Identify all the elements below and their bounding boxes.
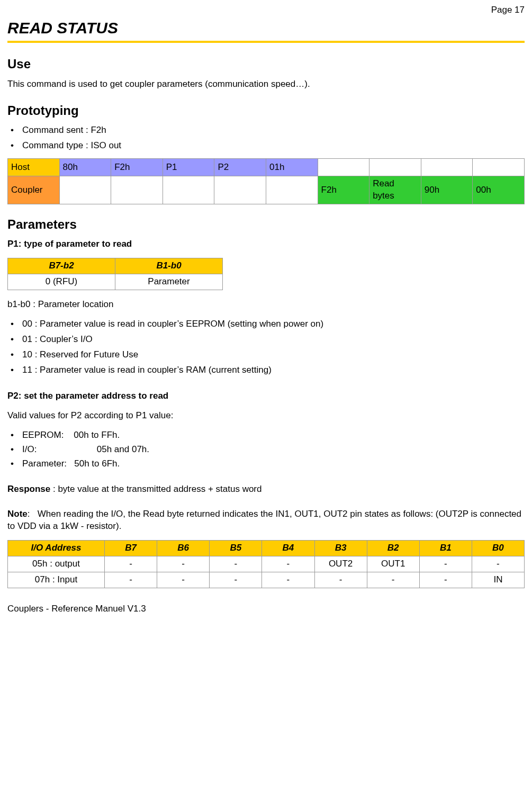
p1-cell: Parameter — [115, 274, 223, 290]
p1-header: B7-b2 — [8, 258, 115, 274]
p2-intro: Valid values for P2 according to P1 valu… — [7, 410, 525, 422]
list-item: Command type : ISO out — [7, 140, 525, 152]
proto-host-cell: P2 — [214, 159, 266, 176]
proto-empty-cell — [473, 159, 525, 176]
list-item: Command sent : F2h — [7, 124, 525, 137]
heading-parameters: Parameters — [7, 216, 525, 233]
heading-use: Use — [7, 56, 525, 73]
io-header: B0 — [472, 541, 524, 556]
proto-empty-cell — [163, 176, 214, 204]
b1b0-list: 00 : Parameter value is read in coupler’… — [7, 318, 525, 376]
io-cell: - — [210, 572, 262, 588]
proto-empty-cell — [214, 176, 266, 204]
page-footer: Couplers - Reference Manuel V1.3 — [7, 603, 525, 615]
note-label: Note — [7, 509, 28, 519]
io-cell: - — [472, 556, 524, 572]
list-item: 00 : Parameter value is read in coupler’… — [7, 318, 525, 330]
io-cell: - — [262, 556, 314, 572]
io-cell: OUT2 — [314, 556, 367, 572]
p1-heading: P1: type of parameter to read — [7, 238, 525, 250]
list-item: 10 : Reserved for Future Use — [7, 349, 525, 361]
proto-coupler-cell: Read bytes — [369, 176, 421, 204]
io-header: I/O Address — [8, 541, 105, 556]
io-table: I/O Address B7 B6 B5 B4 B3 B2 B1 B0 05h … — [7, 540, 525, 588]
response-label: Response — [7, 484, 50, 494]
io-cell: 05h : output — [8, 556, 105, 572]
protocol-table: Host 80h F2h P1 P2 01h Coupler F2h Read … — [7, 158, 525, 204]
io-cell: - — [419, 556, 472, 572]
io-cell: - — [157, 572, 210, 588]
response-text: : byte value at the transmitted address … — [50, 484, 262, 494]
io-cell: - — [314, 572, 367, 588]
io-cell: IN — [472, 572, 524, 588]
proto-coupler-cell: 00h — [473, 176, 525, 204]
proto-host-cell: F2h — [111, 159, 163, 176]
table-row: 05h : output - - - - OUT2 OUT1 - - — [8, 556, 525, 572]
title-underline — [7, 41, 525, 43]
page-title: READ STATUS — [7, 17, 525, 39]
proto-empty-cell — [369, 159, 421, 176]
heading-prototyping: Prototyping — [7, 102, 525, 119]
io-header: B2 — [367, 541, 419, 556]
p1-header: B1-b0 — [115, 258, 223, 274]
proto-host-cell: 01h — [266, 159, 318, 176]
io-header: B6 — [157, 541, 210, 556]
p2-list: EEPROM: 00h to FFh. I/O: 05h and 07h. Pa… — [7, 429, 525, 470]
note-text: : When reading the I/O, the Read byte re… — [7, 509, 521, 531]
proto-empty-cell — [59, 176, 111, 204]
response-line: Response : byte value at the transmitted… — [7, 483, 525, 496]
io-header: B4 — [262, 541, 314, 556]
proto-empty-cell — [318, 159, 369, 176]
p2-heading: P2: set the parameter address to read — [7, 390, 525, 402]
proto-host-cell: 80h — [59, 159, 111, 176]
proto-empty-cell — [266, 176, 318, 204]
io-cell: - — [105, 556, 157, 572]
list-item: 01 : Coupler’s I/O — [7, 334, 525, 346]
proto-coupler-label: Coupler — [8, 176, 60, 204]
table-row: 07h : Input - - - - - - - IN — [8, 572, 525, 588]
note-line: Note: When reading the I/O, the Read byt… — [7, 508, 525, 533]
p1-table: B7-b2 B1-b0 0 (RFU) Parameter — [7, 258, 223, 290]
b1b0-label: b1-b0 : Parameter location — [7, 299, 525, 311]
io-cell: - — [105, 572, 157, 588]
io-cell: OUT1 — [367, 556, 419, 572]
proto-coupler-cell: 90h — [421, 176, 473, 204]
io-header: B7 — [105, 541, 157, 556]
p1-cell: 0 (RFU) — [8, 274, 115, 290]
proto-empty-cell — [111, 176, 163, 204]
proto-host-label: Host — [8, 159, 60, 176]
io-cell: - — [367, 572, 419, 588]
io-cell: 07h : Input — [8, 572, 105, 588]
proto-host-cell: P1 — [163, 159, 214, 176]
list-item: EEPROM: 00h to FFh. — [7, 429, 525, 442]
io-cell: - — [157, 556, 210, 572]
proto-empty-cell — [421, 159, 473, 176]
io-header: B5 — [210, 541, 262, 556]
list-item: 11 : Parameter value is read in coupler’… — [7, 364, 525, 376]
list-item: Parameter: 50h to 6Fh. — [7, 458, 525, 470]
prototyping-list: Command sent : F2h Command type : ISO ou… — [7, 124, 525, 152]
page-number: Page 17 — [7, 4, 525, 16]
io-cell: - — [210, 556, 262, 572]
proto-coupler-cell: F2h — [318, 176, 369, 204]
io-header: B1 — [419, 541, 472, 556]
use-text: This command is used to get coupler para… — [7, 78, 525, 91]
io-cell: - — [419, 572, 472, 588]
list-item: I/O: 05h and 07h. — [7, 444, 525, 456]
io-cell: - — [262, 572, 314, 588]
io-header: B3 — [314, 541, 367, 556]
